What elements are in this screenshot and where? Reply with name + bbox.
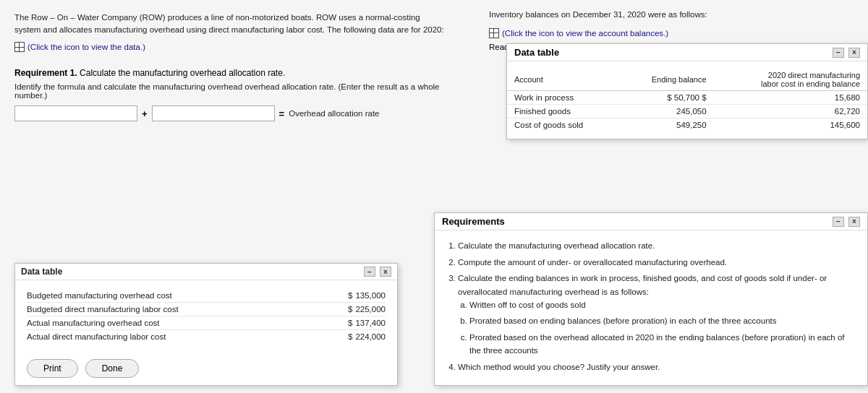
req-controls: − × bbox=[833, 217, 860, 227]
formula-input-1[interactable] bbox=[14, 105, 137, 121]
dt-dollar-1: $ bbox=[348, 291, 352, 300]
formula-row: + = Overhead allocation rate bbox=[14, 105, 448, 121]
data-table-title: Data table bbox=[21, 267, 62, 277]
account-balance-modal: Data table − × Account Ending balance 20… bbox=[506, 43, 868, 139]
req-item-3: Calculate the ending balances in work in… bbox=[458, 272, 856, 357]
requirements-modal: Requirements − × Calculate the manufactu… bbox=[434, 212, 868, 386]
req-title-text: Requirements bbox=[442, 216, 505, 227]
dt-value-2: $ 225,000 bbox=[348, 305, 386, 314]
req-close-button[interactable]: × bbox=[848, 217, 860, 227]
view-balances-link[interactable]: (Click the icon to view the account bala… bbox=[489, 28, 668, 38]
req-item-4: Which method would you choose? Justify y… bbox=[458, 360, 856, 373]
dt-row-2: Budgeted direct manufacturing labor cost… bbox=[27, 303, 386, 316]
view-data-label: (Click the icon to view the data.) bbox=[27, 43, 145, 51]
right-intro-line1: Inventory balances on December 31, 2020 … bbox=[489, 9, 856, 21]
view-balances-label: (Click the icon to view the account bala… bbox=[502, 29, 668, 38]
req1-section: Requirement 1. Calculate the manufacturi… bbox=[14, 68, 448, 121]
ab-labor-2: 62,720 bbox=[714, 105, 867, 118]
ab-account-2: Finished goods bbox=[507, 105, 620, 118]
req-item-2: Compute the amount of under- or overallo… bbox=[458, 256, 856, 269]
ab-ending-3: 549,250 bbox=[620, 118, 714, 132]
req-sub-c: Prorated based on the overhead allocated… bbox=[469, 331, 856, 358]
formula-result-label: Overhead allocation rate bbox=[289, 109, 379, 118]
ab-account-3: Cost of goods sold bbox=[507, 118, 620, 132]
dt-dollar-4: $ bbox=[348, 332, 352, 341]
dt-amount-4: 224,000 bbox=[355, 332, 386, 341]
ab-row-3: Cost of goods sold 549,250 145,600 bbox=[507, 118, 867, 132]
dt-amount-2: 225,000 bbox=[355, 305, 386, 314]
req-minimize-button[interactable]: − bbox=[833, 217, 844, 227]
dt-amount-1: 135,000 bbox=[355, 291, 386, 300]
close-button[interactable]: × bbox=[380, 267, 391, 277]
account-balance-table: Account Ending balance 2020 direct manuf… bbox=[507, 69, 867, 131]
req-sub-a: Written off to cost of goods sold bbox=[469, 298, 856, 311]
print-button[interactable]: Print bbox=[27, 359, 78, 378]
dt-label-2: Budgeted direct manufacturing labor cost bbox=[27, 305, 179, 314]
ab-labor-3: 145,600 bbox=[714, 118, 867, 132]
ab-col3-header: 2020 direct manufacturing labor cost in … bbox=[714, 69, 867, 91]
dt-value-4: $ 224,000 bbox=[348, 332, 386, 341]
right-panel: Inventory balances on December 31, 2020 … bbox=[477, 0, 868, 393]
dt-label-3: Actual manufacturing overhead cost bbox=[27, 319, 159, 327]
ab-titlebar: Data table − × bbox=[507, 44, 867, 61]
ab-ending-1: $ 50,700 $ bbox=[620, 91, 714, 105]
data-table-modal: Data table − × Budgeted manufacturing ov… bbox=[14, 263, 398, 386]
req1-title: Requirement 1. Calculate the manufacturi… bbox=[14, 68, 448, 78]
ab-ending-2: 245,050 bbox=[620, 105, 714, 118]
ab-col2-header: Ending balance bbox=[620, 69, 714, 91]
req-sub-list: Written off to cost of goods sold Prorat… bbox=[458, 298, 856, 358]
req-titlebar: Requirements − × bbox=[435, 213, 867, 230]
dt-dollar-2: $ bbox=[348, 305, 352, 314]
identify-text: Identify the formula and calculate the m… bbox=[14, 82, 448, 100]
dt-amount-3: 137,400 bbox=[355, 319, 386, 327]
ab-controls: − × bbox=[833, 48, 860, 58]
ab-col1-header: Account bbox=[507, 69, 620, 91]
dt-row-3: Actual manufacturing overhead cost $ 137… bbox=[27, 316, 386, 330]
ab-row-1: Work in process $ 50,700 $ 15,680 bbox=[507, 91, 867, 105]
left-panel: The Row – On – Water Company (ROW) produ… bbox=[0, 0, 463, 393]
modal-controls: − × bbox=[364, 267, 391, 277]
req-item-1: Calculate the manufacturing overhead all… bbox=[458, 239, 856, 252]
dt-value-1: $ 135,000 bbox=[348, 291, 386, 300]
ab-row-2: Finished goods 245,050 62,720 bbox=[507, 105, 867, 118]
dt-dollar-3: $ bbox=[348, 319, 352, 327]
done-button[interactable]: Done bbox=[85, 359, 140, 378]
formula-plus: + bbox=[142, 108, 148, 119]
minimize-button[interactable]: − bbox=[364, 267, 375, 277]
req-sub-b: Prorated based on ending balances (befor… bbox=[469, 314, 856, 327]
req-content: Calculate the manufacturing overhead all… bbox=[435, 230, 867, 385]
dt-label-1: Budgeted manufacturing overhead cost bbox=[27, 291, 172, 300]
ab-labor-1: 15,680 bbox=[714, 91, 867, 105]
ab-minimize-button[interactable]: − bbox=[833, 48, 844, 58]
dt-row-4: Actual direct manufacturing labor cost $… bbox=[27, 330, 386, 343]
data-table-titlebar: Data table − × bbox=[15, 264, 397, 280]
ab-account-1: Work in process bbox=[507, 91, 620, 105]
view-data-link[interactable]: (Click the icon to view the data.) bbox=[14, 42, 145, 52]
modal-footer: Print Done bbox=[15, 352, 397, 385]
dt-value-3: $ 137,400 bbox=[348, 319, 386, 327]
dt-row-1: Budgeted manufacturing overhead cost $ 1… bbox=[27, 289, 386, 303]
formula-eq: = bbox=[279, 108, 285, 119]
dt-label-4: Actual direct manufacturing labor cost bbox=[27, 332, 166, 341]
intro-text: The Row – On – Water Company (ROW) produ… bbox=[14, 12, 448, 37]
ab-close-button[interactable]: × bbox=[848, 48, 860, 58]
requirements-list: Calculate the manufacturing overhead all… bbox=[446, 239, 856, 373]
formula-input-2[interactable] bbox=[152, 105, 275, 121]
table-icon bbox=[14, 42, 25, 52]
data-table-content: Budgeted manufacturing overhead cost $ 1… bbox=[15, 280, 397, 352]
table-icon-2 bbox=[489, 28, 499, 38]
ab-title: Data table bbox=[514, 47, 559, 58]
